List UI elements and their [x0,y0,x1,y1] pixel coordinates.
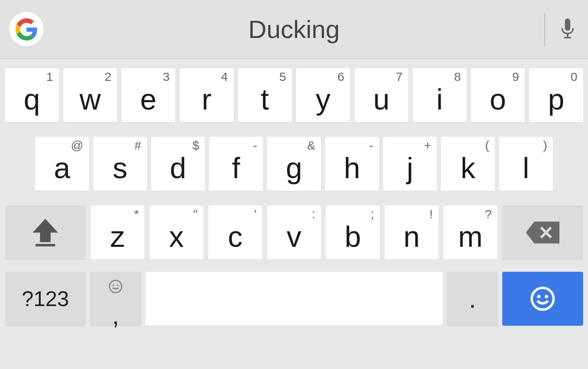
key-e[interactable]: 3e [121,68,175,122]
key-m[interactable]: ?m [443,206,497,259]
key-q[interactable]: 1q [5,68,59,122]
key-d[interactable]: $d [151,137,205,191]
svg-point-8 [532,288,553,309]
svg-point-6 [113,284,114,286]
mic-button[interactable] [558,15,577,44]
google-icon [16,18,38,40]
key-l[interactable]: )l [499,137,553,191]
google-logo-button[interactable] [9,12,44,47]
period-key[interactable]: . [447,272,498,326]
key-s[interactable]: #s [93,137,147,191]
keyboard-row-2: @a #s $d -f &g -h +j (k )l [5,137,583,191]
keyboard: 1q 2w 3e 4r 5t 6y 7u 8i 9o 0p @a #s $d -… [0,59,588,326]
key-u[interactable]: 7u [354,68,408,122]
key-i[interactable]: 8i [413,68,467,122]
suggestion-bar: Ducking [0,0,588,59]
comma-label: , [112,311,119,321]
comma-key[interactable]: , [90,272,141,326]
mic-divider [544,13,545,46]
key-j[interactable]: +j [383,137,437,191]
svg-point-9 [537,295,541,298]
key-a[interactable]: @a [35,137,89,191]
backspace-key[interactable] [502,206,583,259]
key-x[interactable]: "x [149,206,203,259]
key-v[interactable]: :v [267,206,321,259]
svg-point-7 [117,284,118,286]
key-c[interactable]: 'c [208,206,262,259]
suggestion-text[interactable]: Ducking [248,15,340,44]
keyboard-row-3: *z "x 'c :v ;b !n ?m [5,206,583,259]
symbols-label: ?123 [22,286,69,311]
key-p[interactable]: 0p [529,68,583,122]
key-z[interactable]: *z [91,206,145,259]
smiley-icon [530,286,556,312]
shift-icon [33,219,58,242]
key-h[interactable]: -h [325,137,379,191]
space-key[interactable] [145,272,443,326]
key-t[interactable]: 5t [238,68,292,122]
keyboard-row-1: 1q 2w 3e 4r 5t 6y 7u 8i 9o 0p [5,68,583,122]
mic-area [544,0,577,58]
key-r[interactable]: 4r [180,68,234,122]
period-label: . [469,284,476,313]
mic-icon [559,18,576,41]
enter-key[interactable] [502,272,583,326]
key-k[interactable]: (k [441,137,495,191]
emoji-hint-icon [108,279,123,295]
key-n[interactable]: !n [385,206,439,259]
key-y[interactable]: 6y [296,68,350,122]
key-b[interactable]: ;b [326,206,380,259]
svg-point-10 [545,295,548,298]
keyboard-row-4: ?123 , . [5,272,583,326]
key-f[interactable]: -f [209,137,263,191]
key-o[interactable]: 9o [471,68,525,122]
shift-underline [36,244,55,246]
svg-rect-0 [565,18,570,31]
key-w[interactable]: 2w [63,68,117,122]
key-g[interactable]: &g [267,137,321,191]
shift-key[interactable] [5,206,86,259]
svg-point-5 [109,280,122,293]
backspace-icon [526,221,559,244]
symbols-key[interactable]: ?123 [5,272,86,326]
